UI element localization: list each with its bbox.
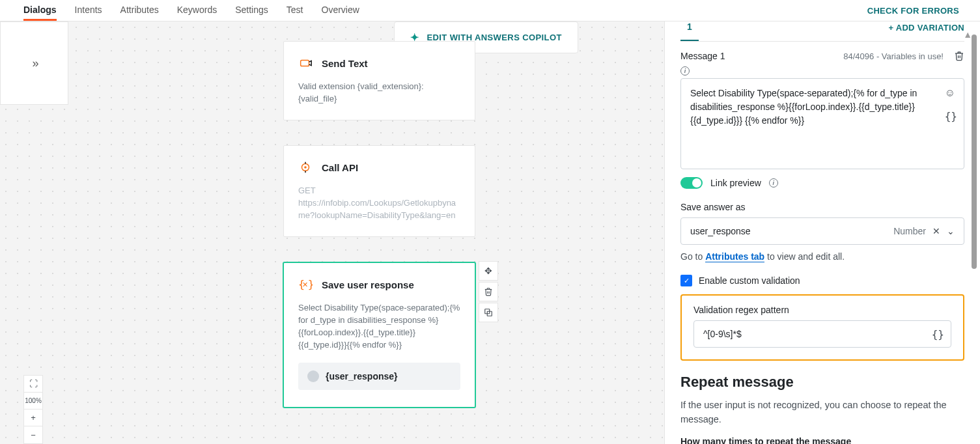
chip-dot-icon xyxy=(307,370,319,382)
check-for-errors-button[interactable]: CHECK FOR ERRORS xyxy=(867,6,959,16)
nav-tabs: Dialogs Intents Attributes Keywords Sett… xyxy=(23,0,359,21)
delete-message-button[interactable] xyxy=(954,51,964,61)
validation-regex-value: ^[0-9\s]*$ xyxy=(703,329,742,339)
save-response-icon: {✕} xyxy=(298,277,313,292)
svg-point-2 xyxy=(304,166,307,169)
enable-validation-row: ✓ Enable custom validation xyxy=(680,275,964,286)
attributes-tab-link[interactable]: Attributes tab xyxy=(705,251,764,262)
save-answer-label: Save answer as xyxy=(680,202,964,212)
minus-icon: − xyxy=(31,430,36,440)
validation-regex-label: Validation regex pattern xyxy=(693,305,951,315)
zoom-percent[interactable]: 100% xyxy=(24,393,42,409)
card-body: Valid extension {valid_extension}: {vali… xyxy=(298,81,460,105)
card-header: Send Text xyxy=(298,56,460,70)
message-text: Select Disability Type(space-separated);… xyxy=(690,88,917,126)
message-label: Message 1 xyxy=(680,51,725,61)
chip-label: {user_response} xyxy=(326,371,398,382)
svg-rect-0 xyxy=(301,60,309,66)
duplicate-card-button[interactable] xyxy=(479,303,498,322)
move-icon: ✥ xyxy=(484,266,492,276)
zoom-out-button[interactable]: − xyxy=(24,426,42,443)
card-title: Send Text xyxy=(322,58,368,69)
tab-dialogs[interactable]: Dialogs xyxy=(23,0,57,21)
repeat-message-heading: Repeat message xyxy=(680,374,964,391)
plus-icon: + xyxy=(31,413,36,423)
sidebar-expand-button[interactable]: » xyxy=(0,21,68,105)
save-answer-value: user_response xyxy=(690,226,751,236)
save-answer-select[interactable]: user_response Number ✕ ⌄ xyxy=(680,217,964,245)
attributes-hint: Go to Attributes tab to view and edit al… xyxy=(680,251,964,262)
enable-validation-label: Enable custom validation xyxy=(699,275,800,286)
scrollbar-thumb[interactable] xyxy=(972,35,977,269)
tab-overview[interactable]: Overview xyxy=(322,0,359,21)
properties-panel: 1 + ADD VARIATION Message 1 84/4096 - Va… xyxy=(664,21,980,444)
card-header: {✕} Save user response xyxy=(298,277,460,292)
card-title: Call API xyxy=(322,162,358,173)
info-icon[interactable]: i xyxy=(680,66,690,76)
card-body: GET https://infobip.com/Lookups/Getlokup… xyxy=(298,185,460,222)
link-preview-label: Link preview xyxy=(710,178,761,188)
tab-keywords[interactable]: Keywords xyxy=(177,0,217,21)
add-variation-button[interactable]: + ADD VARIATION xyxy=(888,23,964,40)
info-icon[interactable]: i xyxy=(769,178,778,187)
enable-validation-checkbox[interactable]: ✓ xyxy=(680,275,692,286)
card-header: Call API xyxy=(298,160,460,174)
card-body: Select Disability Type(space-separated);… xyxy=(298,302,460,351)
delete-card-button[interactable] xyxy=(479,282,498,301)
trash-icon xyxy=(484,287,493,296)
fit-to-screen-button[interactable]: ⛶ xyxy=(24,376,42,393)
variation-tab-1[interactable]: 1 xyxy=(680,21,699,41)
collapse-panel-button[interactable]: ▲ xyxy=(963,29,972,40)
zoom-controls: ⛶ 100% + − xyxy=(23,375,43,444)
variation-tabs: 1 + ADD VARIATION xyxy=(680,21,964,42)
card-action-bar: ✥ xyxy=(479,261,498,322)
emoji-picker-button[interactable]: ☺ xyxy=(945,85,957,101)
link-preview-row: Link preview i xyxy=(680,177,964,189)
message-header: Message 1 84/4096 - Variables in use! xyxy=(680,51,964,61)
chevron-down-icon[interactable]: ⌄ xyxy=(947,226,955,236)
attribute-chip: {user_response} xyxy=(298,363,460,390)
svg-text:}: } xyxy=(308,278,313,290)
copy-icon xyxy=(484,308,493,317)
chevron-right-double-icon: » xyxy=(32,57,36,70)
validation-regex-input[interactable]: ^[0-9\s]*$ {} xyxy=(693,320,951,348)
clear-icon[interactable]: ✕ xyxy=(932,226,940,236)
move-card-button[interactable]: ✥ xyxy=(479,261,498,281)
repeat-message-description: If the user input is not recognized, you… xyxy=(680,398,964,427)
tab-settings[interactable]: Settings xyxy=(235,0,268,21)
fit-icon: ⛶ xyxy=(29,379,38,389)
api-icon xyxy=(298,160,313,174)
message-editor[interactable]: Select Disability Type(space-separated);… xyxy=(680,78,964,169)
validation-block: Validation regex pattern ^[0-9\s]*$ {} xyxy=(680,294,964,361)
tab-test[interactable]: Test xyxy=(287,0,303,21)
tab-attributes[interactable]: Attributes xyxy=(120,0,159,21)
send-text-icon xyxy=(298,56,313,70)
save-answer-type: Number xyxy=(893,226,926,236)
insert-variable-button[interactable]: {} xyxy=(945,109,957,124)
top-nav: Dialogs Intents Attributes Keywords Sett… xyxy=(0,0,980,21)
card-call-api[interactable]: Call API GET https://infobip.com/Lookups… xyxy=(283,145,475,237)
card-send-text[interactable]: Send Text Valid extension {valid_extensi… xyxy=(283,41,475,120)
repeat-times-label: How many times to repeat the message xyxy=(680,436,964,445)
char-counter: 84/4096 - Variables in use! xyxy=(843,51,944,61)
insert-variable-button[interactable]: {} xyxy=(932,328,944,340)
zoom-in-button[interactable]: + xyxy=(24,409,42,426)
card-title: Save user response xyxy=(322,279,414,290)
card-save-user-response[interactable]: {✕} Save user response Select Disability… xyxy=(283,262,475,408)
flow-canvas[interactable]: » ✦ EDIT WITH ANSWERS COPILOT Send Text … xyxy=(0,21,664,444)
tab-intents[interactable]: Intents xyxy=(75,0,102,21)
link-preview-toggle[interactable] xyxy=(680,177,703,189)
